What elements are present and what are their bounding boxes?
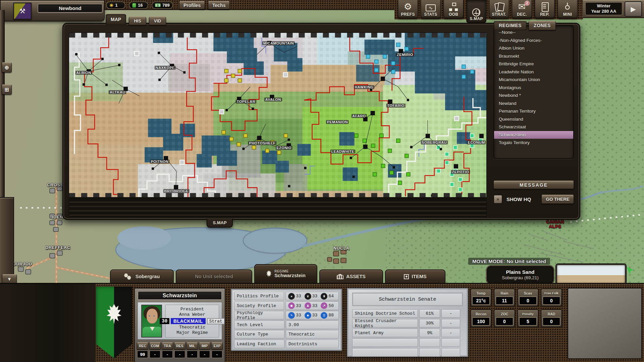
faction-extra: - <box>441 319 460 327</box>
terrain-preview-image <box>556 264 626 284</box>
regime-item-togalo-territory[interactable]: Togalo Territory <box>494 139 573 147</box>
move-mode-status: MOVE MODE: No Unit selected <box>468 258 550 265</box>
bottom-tab-items[interactable]: ITEMS <box>385 269 445 283</box>
map-label-albion[interactable]: ALBION <box>75 71 92 75</box>
nav-stats[interactable]: STATS <box>421 0 441 18</box>
regime-item-leadwhite-nation[interactable]: Leadwhite Nation <box>494 68 573 76</box>
map-label-tofario[interactable]: TOFARIO <box>386 104 406 108</box>
leader-stat-label[interactable]: RES <box>174 342 185 350</box>
hex-stat-value: 0 <box>495 317 514 326</box>
map-label-avalon[interactable]: AVALON <box>264 98 282 102</box>
nav-mini[interactable]: MINI <box>557 0 578 18</box>
map-label-naxkopf[interactable]: NAXKOPF <box>155 66 176 70</box>
strategic-map[interactable]: ALBIONALTKAUNAXKOPFMICAMOUNTAINZEMIRIOTO… <box>69 33 487 197</box>
map-label-pemanion[interactable]: PEMANION <box>326 120 349 124</box>
faction-extra <box>441 339 460 347</box>
map-label-poitnon[interactable]: POITNON <box>150 160 169 164</box>
message-button[interactable]: MESSAGE <box>493 181 574 189</box>
badge-value: 64 <box>328 294 334 299</box>
nav-label: PREFS <box>401 12 415 17</box>
regime-item-braunsekt[interactable]: Braunsekt <box>494 52 573 60</box>
nav-oob[interactable]: OOB <box>443 0 464 18</box>
profiles-button[interactable]: Profiles <box>179 1 205 9</box>
leader-stat-label[interactable]: IMP <box>199 342 210 350</box>
nav-dec[interactable]: 2DEC. <box>512 0 532 18</box>
map-label-ezonio[interactable]: EZONIO <box>275 146 292 150</box>
regime-item-pemanan-territory[interactable]: Pemanan Territory <box>494 107 573 115</box>
show-hq-label: SHOW HQ <box>506 196 531 202</box>
leader-stat-com: COM- <box>149 342 161 358</box>
map-label-altkau[interactable]: ALTKAU <box>109 90 126 94</box>
map-label-leadwhite[interactable]: LEADWHITE <box>330 149 356 154</box>
bottom-tab-assets[interactable]: ASSETS <box>319 269 383 283</box>
map-label-afaro[interactable]: AFARO <box>351 114 367 118</box>
hex-stat-recon: Recon100 <box>470 309 492 327</box>
map-label-zepotio[interactable]: ZEPOTIO <box>451 170 470 174</box>
regime-item-newland[interactable]: Newland <box>494 100 573 108</box>
leader-stat-imp: IMP- <box>199 342 210 358</box>
regime-item-schwarzstein[interactable]: Schwarzstein <box>494 131 573 139</box>
profile-row-culture-type: Culture TypeTheocratic <box>234 330 339 339</box>
regime-item-micamountain-union[interactable]: Micamountain Union <box>494 76 573 84</box>
map-label-britbridge[interactable]: BRITBRIDGE <box>163 189 189 193</box>
show-hq-checkbox[interactable]: × <box>493 195 502 204</box>
leader-stat-label[interactable]: COM <box>149 342 161 350</box>
regime-item-queensland[interactable]: Queensland <box>494 115 573 123</box>
rail-button-top[interactable]: ⊕ <box>2 62 12 72</box>
end-turn-button[interactable]: ▶ <box>625 1 642 17</box>
badge-value: 33 <box>312 294 318 299</box>
smap-window-tab[interactable]: S.MAP <box>207 219 233 228</box>
map-label-sobergrau[interactable]: SOBERGRAU <box>421 140 448 144</box>
map-label-photoshelf[interactable]: PHOTOSHELF <box>248 141 276 145</box>
map-tab-his[interactable]: HIS <box>129 16 146 25</box>
portrait-eye <box>153 315 155 316</box>
leader-stat-value: - <box>149 350 161 358</box>
hex-stat-value: 11 <box>495 296 514 305</box>
cards-icon <box>494 2 504 11</box>
regime-item-albion-union[interactable]: Albion Union <box>494 44 573 52</box>
leader-stat-label[interactable]: EXP <box>211 342 223 350</box>
map-label-hawking[interactable]: HAWKING <box>354 85 375 89</box>
map-label-micamountain[interactable]: MICAMOUNTAIN <box>262 41 295 45</box>
show-hq-row: × SHOW HQ GO THERE <box>493 194 574 204</box>
map-label-zemirio[interactable]: ZEMIRIO <box>396 53 414 57</box>
tab-regimes[interactable]: REGIMES <box>494 21 527 30</box>
leader-stat-label[interactable]: MIL <box>186 342 198 350</box>
regime-type: Theocratic Major Regime <box>176 325 208 336</box>
map-tab-map[interactable]: MAP <box>106 14 126 25</box>
badge-value: 33 <box>312 313 318 318</box>
hex-stat-value: 0 <box>519 296 537 305</box>
go-there-button[interactable]: GO THERE <box>541 195 574 204</box>
regime-item-non-aligned-forces[interactable]: -Non-Aligned Forces- <box>494 37 573 45</box>
map-label-topelar[interactable]: TOPELAR <box>236 100 256 104</box>
nav-rep[interactable]: REP. <box>535 0 555 18</box>
bottom-panel-left <box>0 284 96 362</box>
tab-zones[interactable]: ZONES <box>529 21 556 30</box>
leader-stat-label[interactable]: REC <box>137 342 148 350</box>
map-label-econum[interactable]: ECONUM <box>467 140 486 144</box>
senate-row-empty <box>352 348 463 357</box>
hex-stat-label: Rain <box>495 290 514 296</box>
profile-label: Politics Profile <box>234 292 284 300</box>
bottom-tab-schwarzstein[interactable]: REGIMESchwarzstein <box>254 264 317 283</box>
hex-stat-value: 21°c <box>472 296 490 305</box>
regime-item-britbridge-empire[interactable]: Britbridge Empire <box>494 60 573 68</box>
rail-button-bottom[interactable]: ⊞ <box>2 84 12 95</box>
nav-strat[interactable]: STRAT. <box>489 0 509 18</box>
techs-button[interactable]: Techs <box>208 1 230 9</box>
regime-item-schwarzstaat[interactable]: Schwarzstaat <box>494 123 573 131</box>
bottom-tab-no-unit-selected[interactable]: No Unit selected <box>176 269 252 283</box>
nav-prefs[interactable]: PREFS <box>398 0 418 18</box>
strat-button[interactable]: Strat <box>207 318 225 324</box>
minimize-panel-button[interactable]: ▼ <box>2 274 17 284</box>
regime-item-montagnus[interactable]: Montagnus <box>494 84 573 92</box>
profile-value: 3.00 <box>286 321 339 329</box>
leader-stat-label[interactable]: TRA <box>162 342 173 350</box>
nav-s-map[interactable]: S.MAP <box>466 0 486 23</box>
badge-value: 50 <box>328 303 334 308</box>
regime-item-newbond[interactable]: Newbond * <box>494 92 573 100</box>
world-label-canian-alps: CANIANALPS <box>546 220 564 229</box>
profile-value: Theocratic <box>286 330 339 339</box>
bottom-tab-sobergrau[interactable]: Sobergrau <box>110 269 174 283</box>
map-tab-vid[interactable]: VID <box>149 16 166 25</box>
